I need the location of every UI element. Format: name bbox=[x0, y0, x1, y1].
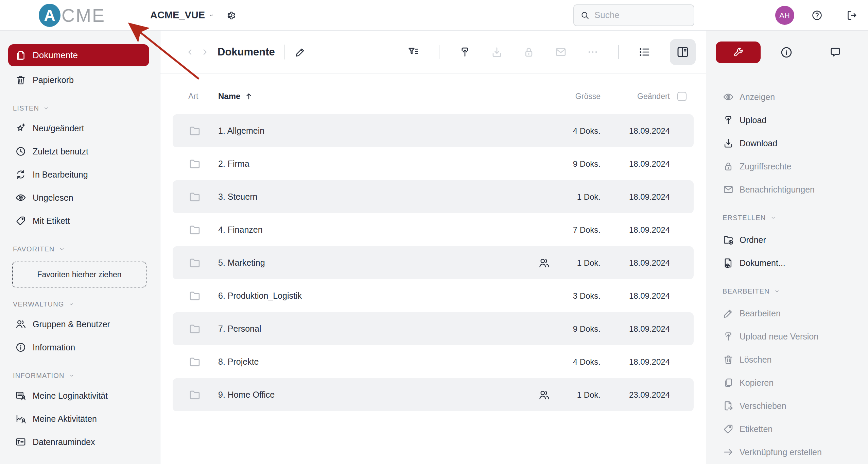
select-all-checkbox[interactable] bbox=[677, 92, 687, 101]
sidebar-item-meine-loginaktivit-t[interactable]: Meine Loginaktivität bbox=[0, 384, 160, 407]
panel-item-verkn-pfung-erstellen[interactable]: Verknüpfung erstellen bbox=[706, 441, 868, 464]
toolbar-divider bbox=[284, 45, 285, 60]
table-row[interactable]: 2. Firma9 Doks.18.09.2024 bbox=[173, 147, 694, 180]
gear-icon[interactable] bbox=[225, 10, 236, 21]
logout-icon[interactable] bbox=[846, 9, 858, 21]
folder-icon bbox=[188, 158, 201, 170]
row-name: 6. Produktion_Logistik bbox=[218, 291, 531, 301]
folder-icon bbox=[188, 125, 201, 137]
column-size[interactable]: Grösse bbox=[557, 92, 601, 101]
tab-tools[interactable] bbox=[716, 42, 761, 63]
panel-item-benachrichtigungen[interactable]: Benachrichtigungen bbox=[706, 178, 868, 201]
sidebar-item-in-bearbeitung[interactable]: In Bearbeitung bbox=[0, 163, 160, 186]
sidebar-section-listen[interactable]: LISTEN bbox=[0, 100, 160, 117]
index-card-icon bbox=[15, 436, 27, 448]
table-row[interactable]: 9. Home Office1 Dok.23.09.2024 bbox=[173, 378, 694, 411]
sidebar-item-gruppen-benutzer[interactable]: Gruppen & Benutzer bbox=[0, 313, 160, 336]
search-input[interactable] bbox=[594, 10, 688, 20]
row-name: 2. Firma bbox=[218, 159, 531, 169]
panel-item-verschieben[interactable]: Verschieben bbox=[706, 394, 868, 417]
panel-item-label: Etiketten bbox=[740, 424, 772, 434]
panel-item-download[interactable]: Download bbox=[706, 132, 868, 155]
sidebar-item-dokumente[interactable]: Dokumente bbox=[8, 44, 149, 66]
edit-title-icon[interactable] bbox=[295, 46, 306, 58]
table-row[interactable]: 5. Marketing1 Dok.18.09.2024 bbox=[173, 246, 694, 279]
help-icon[interactable] bbox=[811, 9, 823, 21]
panel-item-upload-neue-version[interactable]: Upload neue Version bbox=[706, 325, 868, 348]
sidebar-item-label: Ungelesen bbox=[33, 193, 73, 203]
row-modified: 18.09.2024 bbox=[601, 324, 670, 334]
chev-down-icon bbox=[770, 215, 776, 221]
sidebar-section-favoriten[interactable]: FAVORITEN bbox=[0, 241, 160, 258]
panel-item-upload[interactable]: Upload bbox=[706, 109, 868, 132]
sidebar-item-label: Meine Aktivitäten bbox=[33, 414, 97, 424]
table-row[interactable]: 1. Allgemein4 Doks.18.09.2024 bbox=[173, 114, 694, 147]
column-checkbox bbox=[670, 92, 694, 101]
sidebar-item-mit-etikett[interactable]: Mit Etikett bbox=[0, 209, 160, 232]
info-icon[interactable] bbox=[780, 46, 793, 59]
avatar[interactable]: AH bbox=[775, 6, 794, 25]
nav-back-icon[interactable] bbox=[185, 47, 195, 57]
panel-item-ordner[interactable]: Ordner bbox=[706, 228, 868, 251]
panel-item-bearbeiten[interactable]: Bearbeiten bbox=[706, 302, 868, 325]
sidebar-section-verwaltung[interactable]: VERWALTUNG bbox=[0, 296, 160, 313]
sidebar-item-papierkorb[interactable]: Papierkorb bbox=[0, 68, 160, 92]
column-art[interactable]: Art bbox=[188, 92, 218, 101]
column-modified[interactable]: Geändert bbox=[601, 92, 670, 101]
table-row[interactable]: 8. Projekte4 Doks.18.09.2024 bbox=[173, 345, 694, 378]
sidebar-item-ungelesen[interactable]: Ungelesen bbox=[0, 186, 160, 209]
row-size: 9 Doks. bbox=[557, 324, 601, 334]
sort-ascending-icon bbox=[244, 92, 253, 101]
panel-item-label: Löschen bbox=[740, 355, 772, 365]
toolbar-list-view-button[interactable] bbox=[638, 46, 651, 59]
panel-item-label: Download bbox=[740, 138, 777, 148]
upload-icon bbox=[723, 331, 734, 342]
chevron-down-icon bbox=[208, 12, 214, 18]
sidebar-item-neu-ge-ndert[interactable]: Neu/geändert bbox=[0, 117, 160, 140]
sidebar-item-label: Dokumente bbox=[33, 50, 78, 61]
panel-section-erstellen[interactable]: ERSTELLEN bbox=[706, 209, 868, 226]
page-title: Dokumente bbox=[218, 46, 275, 58]
sidebar-item-zuletzt-benutzt[interactable]: Zuletzt benutzt bbox=[0, 140, 160, 163]
row-size: 1 Dok. bbox=[557, 192, 601, 202]
row-size: 7 Doks. bbox=[557, 225, 601, 235]
panel-item-kopieren[interactable]: Kopieren bbox=[706, 371, 868, 394]
panel-item-l-schen[interactable]: Löschen bbox=[706, 348, 868, 371]
chat-icon[interactable] bbox=[829, 46, 842, 59]
row-modified: 18.09.2024 bbox=[601, 258, 670, 268]
panel-item-label: Verschieben bbox=[740, 401, 786, 411]
sidebar-section-information[interactable]: INFORMATION bbox=[0, 367, 160, 384]
workspace-switcher[interactable]: ACME_VUE bbox=[150, 10, 214, 21]
panel-section-bearbeiten[interactable]: BEARBEITEN bbox=[706, 283, 868, 300]
toolbar-notifications-button bbox=[554, 46, 567, 59]
search-box[interactable] bbox=[573, 4, 694, 26]
panel-item-dokument[interactable]: Dokument... bbox=[706, 251, 868, 275]
favorites-dropzone[interactable]: Favoriten hierher ziehen bbox=[12, 262, 146, 287]
sidebar-item-label: Papierkorb bbox=[33, 75, 74, 85]
sidebar-item-datenraumindex[interactable]: Datenraumindex bbox=[0, 430, 160, 453]
sidebar: DokumentePapierkorbLISTENNeu/geändertZul… bbox=[0, 31, 160, 464]
sidebar-item-information[interactable]: Information bbox=[0, 336, 160, 359]
sidebar-item-meine-aktivit-ten[interactable]: Meine Aktivitäten bbox=[0, 407, 160, 430]
nav-forward-icon[interactable] bbox=[200, 47, 210, 57]
arrow-right-icon bbox=[723, 446, 734, 458]
panel-item-zugriffsrechte[interactable]: Zugriffsrechte bbox=[706, 155, 868, 178]
column-name[interactable]: Name bbox=[218, 92, 531, 101]
right-panel-tabs bbox=[706, 31, 868, 74]
table-row[interactable]: 6. Produktion_Logistik3 Doks.18.09.2024 bbox=[173, 279, 694, 312]
folder-icon bbox=[188, 190, 201, 203]
toolbar-action-divider bbox=[618, 45, 619, 59]
chev-down-icon bbox=[68, 301, 74, 307]
panel-item-etiketten[interactable]: Etiketten bbox=[706, 417, 868, 441]
row-modified: 23.09.2024 bbox=[601, 390, 670, 400]
doc-plus-icon bbox=[723, 257, 734, 269]
table-row[interactable]: 4. Finanzen7 Doks.18.09.2024 bbox=[173, 213, 694, 246]
panel-item-anzeigen[interactable]: Anzeigen bbox=[706, 85, 868, 109]
toolbar-detail-view-button[interactable] bbox=[670, 39, 696, 65]
table-row[interactable]: 7. Personal9 Doks.18.09.2024 bbox=[173, 312, 694, 345]
toolbar-upload-button[interactable] bbox=[458, 46, 471, 59]
brand-logo[interactable]: A CME bbox=[39, 4, 105, 27]
folder-icon bbox=[188, 256, 201, 269]
toolbar-filter-button[interactable] bbox=[407, 46, 420, 59]
table-row[interactable]: 3. Steuern1 Dok.18.09.2024 bbox=[173, 180, 694, 213]
